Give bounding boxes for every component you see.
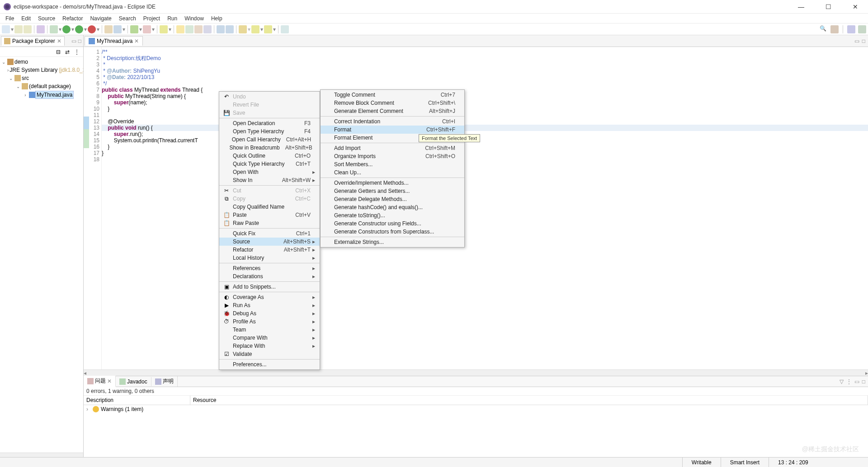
coverage-icon[interactable] [75,25,83,33]
src-node[interactable]: src [21,75,30,82]
menu-item-copy-qualified-name[interactable]: Copy Qualified Name [219,203,320,211]
menu-item-validate[interactable]: ☑Validate [219,350,320,358]
menu-run[interactable]: Run [164,14,181,23]
code-line[interactable]: * @Author: ShiPengYu [102,68,868,74]
menu-item-team[interactable]: Team▸ [219,326,320,334]
package-explorer-tab[interactable]: Package Explorer ✕ [1,36,65,46]
menu-item-compare-with[interactable]: Compare With▸ [219,334,320,342]
menu-item-clean-up[interactable]: Clean Up... [321,168,464,177]
menu-item-show-in[interactable]: Show InAlt+Shift+W▸ [219,176,320,184]
menu-item-toggle-comment[interactable]: Toggle CommentCtrl+7 [321,91,464,99]
menu-help[interactable]: Help [208,14,226,23]
menu-item-externalize-strings[interactable]: Externalize Strings... [321,238,464,246]
context-menu[interactable]: ↶UndoRevert File💾SaveOpen DeclarationF3O… [219,91,320,370]
menu-refactor[interactable]: Refactor [59,14,86,23]
java-persp-icon[interactable] [847,25,855,33]
show-ws-icon[interactable] [203,25,212,33]
code-line[interactable]: * @Date: 2022/10/13 [102,74,868,80]
maximize-button[interactable]: ☐ [819,3,837,10]
link-editor-icon[interactable]: ⇄ [65,49,71,55]
menu-item-refactor[interactable]: RefactorAlt+Shift+T▸ [219,246,320,254]
new-package-icon[interactable] [104,25,113,33]
run-icon[interactable] [62,25,71,33]
wand-icon[interactable] [176,25,184,33]
warnings-row[interactable]: › Warnings (1 item) [84,405,868,413]
menu-item-generate-getters-and-setters[interactable]: Generate Getters and Setters... [321,187,464,195]
menu-item-local-history[interactable]: Local History▸ [219,254,320,262]
menu-item-profile-as[interactable]: ⏱Profile As▸ [219,318,320,326]
project-node[interactable]: demo [14,58,29,65]
maximize-panel-icon[interactable]: □ [862,378,865,385]
close-button[interactable]: ✕ [846,3,864,10]
menu-edit[interactable]: Edit [18,14,34,23]
code-line[interactable]: public class MyThread extends Thread { [102,87,868,93]
ext-tools-icon[interactable] [88,25,96,33]
jre-node[interactable]: JRE System Library [jdk1.8.0_2… [9,66,83,74]
view-menu2-icon[interactable]: ⋮ [846,378,852,385]
minimize-button[interactable]: — [792,3,810,10]
menu-item-quick-fix[interactable]: Quick FixCtrl+1 [219,229,320,238]
menu-item-format[interactable]: FormatCtrl+Shift+F [321,126,464,134]
menu-item-preferences[interactable]: Preferences... [219,360,320,369]
code-line[interactable]: super.run(); [102,131,868,137]
next-ann-icon[interactable] [217,25,225,33]
maximize-editor-icon[interactable]: □ [862,38,865,44]
bottom-tab-1[interactable]: Javadoc [116,377,151,386]
menu-window[interactable]: Window [181,14,208,23]
menu-item-coverage-as[interactable]: ◐Coverage As▸ [219,293,320,301]
close-view-icon[interactable]: ✕ [57,38,61,44]
menu-item-generate-tostring[interactable]: Generate toString()... [321,211,464,219]
search-icon[interactable] [160,25,168,33]
save-all-icon[interactable] [24,25,32,33]
source-submenu[interactable]: Toggle CommentCtrl+7Remove Block Comment… [320,89,465,248]
view-menu-icon[interactable]: ⋮ [74,49,80,55]
close-tab-icon[interactable]: ✕ [134,38,139,44]
menu-item-debug-as[interactable]: 🐞Debug As▸ [219,309,320,318]
menu-item-generate-element-comment[interactable]: Generate Element CommentAlt+Shift+J [321,107,464,115]
menu-item-remove-block-comment[interactable]: Remove Block CommentCtrl+Shift+\ [321,99,464,107]
menu-item-generate-hashcode-and-equals[interactable]: Generate hashCode() and equals()... [321,203,464,211]
menu-item-sort-members[interactable]: Sort Members... [321,160,464,168]
menu-item-replace-with[interactable]: Replace With▸ [219,342,320,350]
code-line[interactable]: } [102,150,868,156]
pin-icon[interactable] [281,25,289,33]
open-persp-icon[interactable] [830,25,839,33]
menu-item-correct-indentation[interactable]: Correct IndentationCtrl+I [321,117,464,126]
menu-item-generate-delegate-methods[interactable]: Generate Delegate Methods... [321,195,464,203]
menu-item-add-to-snippets[interactable]: ▣Add to Snippets... [219,283,320,291]
bottom-tab-0[interactable]: 问题 ✕ [84,376,116,387]
menu-source[interactable]: Source [34,14,59,23]
code-line[interactable]: */ [102,80,868,87]
col-description[interactable]: Description [84,396,190,405]
menu-item-references[interactable]: References▸ [219,264,320,272]
code-line[interactable]: * [102,61,868,68]
project-tree[interactable]: ⌄demo ›JRE System Library [jdk1.8.0_2… ⌄… [0,57,83,453]
menu-item-open-with[interactable]: Open With▸ [219,168,320,176]
menu-item-organize-imports[interactable]: Organize ImportsCtrl+Shift+O [321,152,464,160]
menu-item-open-call-hierarchy[interactable]: Open Call HierarchyCtrl+Alt+H [219,135,320,144]
code-line[interactable]: @Override [102,118,868,125]
close-tab-icon[interactable]: ✕ [107,378,112,384]
col-resource[interactable]: Resource [190,396,868,405]
editor-tab[interactable]: MyThread.java ✕ [85,36,143,46]
maximize-view-icon[interactable]: □ [78,38,81,44]
prev-ann-icon[interactable] [226,25,234,33]
collapse-all-icon[interactable]: ⊟ [56,49,62,55]
menu-item-quick-outline[interactable]: Quick OutlineCtrl+O [219,152,320,160]
menu-item-add-import[interactable]: Add ImportCtrl+Shift+M [321,144,464,152]
back-icon[interactable] [251,25,259,33]
menu-file[interactable]: File [2,14,18,23]
menu-item-run-as[interactable]: ▶Run As▸ [219,301,320,309]
menu-item-show-in-breadcrumb[interactable]: Show in BreadcrumbAlt+Shift+B [219,144,320,152]
bottom-tab-2[interactable]: 声明 [151,376,178,387]
new-jsp-icon[interactable] [143,25,151,33]
code-line[interactable]: } [102,144,868,150]
new-class-icon[interactable] [113,25,122,33]
code-line[interactable] [102,156,868,163]
package-node[interactable]: (default package) [28,83,72,90]
code-line[interactable]: /** [102,49,868,55]
code-line[interactable]: * Description:线程Demo [102,55,868,61]
code-line[interactable]: public void run() { [102,125,868,131]
menu-item-paste[interactable]: 📋PasteCtrl+V [219,211,320,219]
fwd-icon[interactable] [264,25,272,33]
